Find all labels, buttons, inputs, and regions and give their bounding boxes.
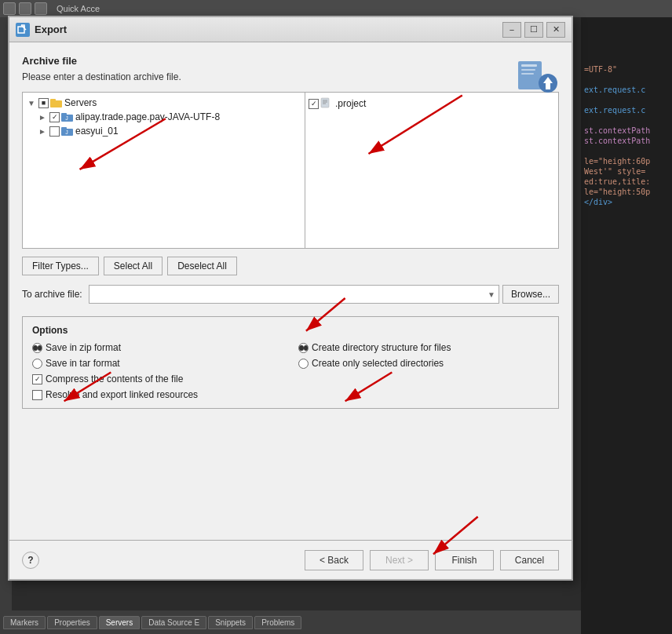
combo-dropdown-icon[interactable]: ▼: [488, 290, 495, 299]
tree-item-alipay[interactable]: ► ✓ J alipay.trade.page.pay-JAVA-UTF-8: [23, 110, 305, 124]
option-resolve[interactable]: Resolve and export linked resources: [32, 389, 283, 400]
code-line-7: st.contextPath: [581, 126, 672, 136]
toolbar-btn-3[interactable]: [35, 2, 47, 15]
ide-toolbar: Quick Acce: [0, 0, 672, 17]
tree-label-easyui: easyui_01: [75, 126, 119, 137]
checkbox-compress[interactable]: ✓: [32, 374, 42, 384]
export-dialog: Export − ☐ ✕ Archive file Please en: [8, 16, 573, 581]
section-desc: Please enter a destination archive file.: [22, 71, 559, 82]
code-line-1: =UTF-8": [581, 64, 672, 75]
folder-icon-alipay: J: [61, 111, 74, 122]
svg-rect-4: [521, 69, 535, 71]
code-line-10: le="height:60p: [581, 156, 672, 166]
dialog-footer: ? < Back Next > Finish Cancel: [9, 540, 572, 579]
option-seldir[interactable]: Create only selected directories: [298, 358, 549, 369]
option-tar[interactable]: Save in tar format: [32, 358, 283, 369]
radio-dir[interactable]: [298, 343, 309, 353]
dialog-content: Archive file Please enter a destination …: [9, 42, 572, 409]
svg-text:J: J: [65, 129, 68, 135]
tab-snippets[interactable]: Snippets: [208, 616, 253, 629]
tree-button-row: Filter Types... Select All Deselect All: [22, 257, 559, 275]
tab-servers[interactable]: Servers: [99, 616, 140, 629]
toolbar-btn-2[interactable]: [19, 2, 31, 15]
cancel-button[interactable]: Cancel: [500, 550, 559, 570]
tree-left[interactable]: ▼ ■ Servers ► ✓: [23, 93, 305, 248]
tree-label-project: .project: [335, 98, 366, 109]
tab-properties[interactable]: Properties: [47, 616, 97, 629]
option-compress[interactable]: ✓ Compress the contents of the file: [32, 373, 283, 384]
code-line-12: ed:true,title:: [581, 177, 672, 187]
radio-zip-label: Save in zip format: [46, 342, 121, 353]
dialog-title-left: Export: [16, 23, 67, 37]
tab-markers-label: Markers: [10, 618, 38, 627]
svg-rect-15: [321, 98, 329, 107]
svg-rect-8: [50, 99, 56, 102]
expand-easyui[interactable]: ►: [37, 126, 48, 137]
tab-datasource[interactable]: Data Source E: [141, 616, 206, 629]
checkbox-alipay[interactable]: ✓: [49, 112, 60, 122]
archive-input-wrap: ▼ Browse...: [89, 285, 559, 304]
svg-text:J: J: [65, 115, 68, 121]
option-zip[interactable]: Save in zip format: [32, 342, 283, 353]
tab-markers[interactable]: Markers: [3, 616, 46, 629]
select-all-button[interactable]: Select All: [104, 257, 163, 275]
checkbox-servers[interactable]: ■: [38, 98, 49, 108]
close-button[interactable]: ✕: [546, 22, 565, 38]
tab-problems[interactable]: Problems: [254, 616, 301, 629]
footer-right: < Back Next > Finish Cancel: [305, 550, 559, 570]
dialog-title-buttons: − ☐ ✕: [502, 22, 565, 38]
ide-code-area: =UTF-8" ext.request.c ext.request.c st.c…: [581, 17, 672, 634]
checkbox-resolve[interactable]: [32, 390, 42, 400]
code-line-11: West'" style=: [581, 166, 672, 177]
dialog-title-text: Export: [35, 24, 67, 35]
archive-combo[interactable]: ▼: [89, 285, 499, 304]
svg-rect-3: [521, 64, 537, 67]
svg-rect-5: [521, 73, 534, 75]
radio-seldir-label: Create only selected directories: [312, 358, 444, 369]
section-title: Archive file: [22, 55, 559, 67]
minimize-button[interactable]: −: [502, 22, 521, 38]
options-title: Options: [32, 325, 549, 336]
tree-item-easyui[interactable]: ► J easyui_01: [23, 124, 305, 138]
checkbox-easyui[interactable]: [49, 126, 60, 137]
export-dialog-icon: [16, 23, 30, 37]
deselect-all-button[interactable]: Deselect All: [167, 257, 237, 275]
back-button[interactable]: < Back: [305, 550, 363, 570]
toolbar-btn-1[interactable]: [3, 2, 16, 15]
option-dir[interactable]: Create directory structure for files: [298, 342, 549, 353]
next-button[interactable]: Next >: [370, 550, 429, 570]
radio-dir-label: Create directory structure for files: [312, 342, 451, 353]
export-icon-large: [515, 55, 559, 99]
tree-right[interactable]: ✓ .project: [305, 93, 558, 248]
options-right-col: Create directory structure for files Cre…: [298, 342, 549, 400]
expand-servers[interactable]: ▼: [26, 97, 37, 108]
radio-seldir[interactable]: [298, 359, 309, 369]
svg-line-1: [21, 25, 26, 30]
checkbox-resolve-label: Resolve and export linked resources: [46, 389, 198, 400]
file-icon-project: [320, 97, 331, 110]
browse-button[interactable]: Browse...: [502, 285, 559, 304]
tree-label-alipay: alipay.trade.page.pay-JAVA-UTF-8: [75, 111, 220, 122]
code-line-14: </div>: [581, 197, 672, 207]
archive-file-label: To archive file:: [22, 289, 82, 300]
code-line-6: [581, 115, 672, 126]
code-line-8: st.contextPath: [581, 136, 672, 146]
checkbox-project[interactable]: ✓: [309, 99, 319, 109]
radio-tar[interactable]: [32, 359, 42, 369]
tree-item-servers[interactable]: ▼ ■ Servers: [23, 96, 305, 110]
folder-icon-easyui: J: [61, 126, 74, 137]
tab-snippets-label: Snippets: [215, 618, 246, 627]
footer-left: ?: [22, 552, 39, 569]
file-tree-container: ▼ ■ Servers ► ✓: [22, 92, 559, 249]
expand-alipay[interactable]: ►: [37, 111, 48, 122]
options-left-col: Save in zip format Save in tar format ✓ …: [32, 342, 283, 400]
maximize-button[interactable]: ☐: [524, 22, 543, 38]
finish-button[interactable]: Finish: [435, 550, 494, 570]
filter-types-button[interactable]: Filter Types...: [22, 257, 99, 275]
radio-zip[interactable]: [32, 343, 42, 353]
tab-servers-label: Servers: [106, 618, 133, 627]
help-button[interactable]: ?: [22, 552, 39, 569]
code-line-9: [581, 146, 672, 156]
options-section: Options Save in zip format Save in tar f…: [22, 316, 559, 409]
quick-access-label: Quick Acce: [57, 4, 100, 13]
